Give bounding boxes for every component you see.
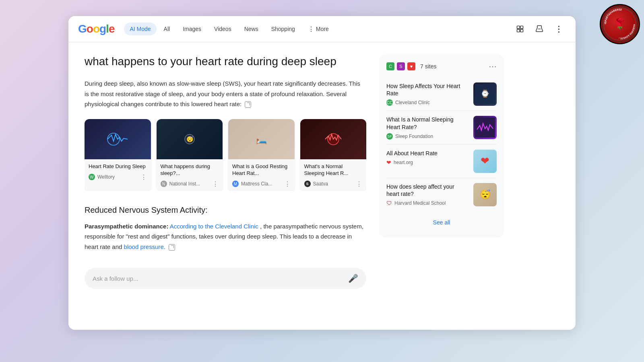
see-all-button[interactable]: See all xyxy=(386,214,497,230)
more-options-icon[interactable]: ⋮ xyxy=(551,22,566,36)
followup-input-area[interactable]: Ask a follow up... 🎤 xyxy=(85,268,366,289)
source-meta-3: ❤ heart.org xyxy=(386,159,469,166)
site-icon-3: ♥ xyxy=(407,62,415,70)
source-text-1: How Sleep Affects Your Heart Rate CC Cle… xyxy=(386,82,469,106)
source-text-3: All About Heart Rate ❤ heart.org xyxy=(386,150,469,166)
card-1-info: Heart Rate During Sleep W Welltory ⋮ xyxy=(85,159,151,184)
source-thumb-4: 😴 xyxy=(473,183,497,206)
citation-icon-2[interactable] xyxy=(169,244,175,251)
card-3-info: What is a Good Resting Heart Rat... M Ma… xyxy=(228,159,295,191)
more-dots-icon: ⋮ xyxy=(308,25,314,33)
site-icon-2: S xyxy=(397,62,405,70)
mattress-icon: M xyxy=(232,181,239,187)
card-4[interactable]: What's a Normal Sleeping Heart R... S Sa… xyxy=(300,119,367,191)
card-4-source: S Saatva ⋮ xyxy=(304,180,363,188)
followup-placeholder: Ask a follow up... xyxy=(93,275,343,282)
svg-rect-2 xyxy=(517,29,520,32)
source-item-2[interactable]: What Is a Normal Sleeping Heart Rate? SF… xyxy=(386,111,497,144)
welltory-icon: W xyxy=(89,174,95,180)
nav-links: AI Mode All Images Videos News Shopping … xyxy=(124,22,513,36)
card-1-image xyxy=(85,119,151,159)
card-2-image: 😴 xyxy=(157,119,223,159)
source-thumb-1: ⌚ xyxy=(473,82,497,106)
navigation-bar: Google AI Mode All Images Videos News Sh… xyxy=(68,16,576,42)
source-meta-2: SF Sleep Foundation xyxy=(386,133,469,140)
blood-pressure-link[interactable]: blood pressure. xyxy=(124,243,165,250)
svg-text:🛏️: 🛏️ xyxy=(256,134,267,145)
card-4-info: What's a Normal Sleeping Heart R... S Sa… xyxy=(300,159,367,191)
card-2-info: What happens during sleep?... N National… xyxy=(157,159,223,191)
watermark-badge: ISPARTAHABER32 HABERİN ADRESİ... 🌹 xyxy=(600,4,640,44)
nav-shopping[interactable]: Shopping xyxy=(266,23,301,35)
card-1[interactable]: Heart Rate During Sleep W Welltory ⋮ xyxy=(85,119,151,191)
sources-header: C S ♥ 7 sites ⋯ xyxy=(386,62,497,71)
source-thumb-3: ❤ xyxy=(473,150,497,173)
nav-news[interactable]: News xyxy=(239,23,264,35)
nav-right-icons: ⋮ xyxy=(513,22,566,36)
source-meta-4: 🛡 Harvard Medical School xyxy=(386,200,469,206)
image-cards: Heart Rate During Sleep W Welltory ⋮ 😴 xyxy=(85,119,366,191)
card-3[interactable]: 🛏️ What is a Good Resting Heart Rat... M… xyxy=(228,119,295,191)
nav-images[interactable]: Images xyxy=(177,23,207,35)
followup-container: Ask a follow up... 🎤 xyxy=(85,268,366,297)
national-inst-icon: N xyxy=(161,181,167,187)
source-text-2: What Is a Normal Sleeping Heart Rate? SF… xyxy=(386,116,469,139)
source-text-4: How does sleep affect your heart rate? 🛡… xyxy=(386,183,469,206)
collections-icon[interactable] xyxy=(513,22,527,36)
card-3-title: What is a Good Resting Heart Rat... xyxy=(232,163,291,177)
sources-menu-icon[interactable]: ⋯ xyxy=(489,62,497,71)
source-title-1: How Sleep Affects Your Heart Rate xyxy=(386,82,469,97)
card-2-menu[interactable]: ⋮ xyxy=(212,180,219,188)
card-1-menu[interactable]: ⋮ xyxy=(140,173,147,181)
content-area: what happens to your heart rate during d… xyxy=(85,54,366,297)
svg-rect-0 xyxy=(517,26,520,29)
source-thumb-2 xyxy=(473,116,497,139)
section-heading: Reduced Nervous System Activity: xyxy=(85,206,366,215)
citation-icon[interactable] xyxy=(245,101,251,108)
labs-icon[interactable] xyxy=(532,22,547,36)
source-title-2: What Is a Normal Sleeping Heart Rate? xyxy=(386,116,469,130)
nav-more[interactable]: ⋮ More xyxy=(302,22,334,36)
source-title-4: How does sleep affect your heart rate? xyxy=(386,183,469,197)
source-title-3: All About Heart Rate xyxy=(386,150,469,157)
card-4-menu[interactable]: ⋮ xyxy=(356,180,362,188)
source-item-3[interactable]: All About Heart Rate ❤ heart.org ❤ xyxy=(386,145,497,178)
svg-rect-3 xyxy=(520,29,523,32)
sources-icons-area: C S ♥ 7 sites xyxy=(386,62,436,70)
query-title: what happens to your heart rate during d… xyxy=(85,54,366,69)
card-2-title: What happens during sleep?... xyxy=(161,163,219,177)
svg-text:⌚: ⌚ xyxy=(481,89,490,98)
card-1-source: W Welltory ⋮ xyxy=(89,173,147,181)
cleveland-icon: CC xyxy=(386,99,393,106)
card-4-title: What's a Normal Sleeping Heart R... xyxy=(304,163,363,177)
site-count: 7 sites xyxy=(420,63,436,70)
card-2[interactable]: 😴 What happens during sleep?... N Nation… xyxy=(157,119,223,191)
sleep-foundation-icon: SF xyxy=(386,133,393,140)
sidebar: C S ♥ 7 sites ⋯ How Sleep Affects Your H… xyxy=(379,54,504,297)
body-text: Parasympathetic dominance: According to … xyxy=(85,221,366,252)
svg-rect-1 xyxy=(520,26,523,29)
card-3-menu[interactable]: ⋮ xyxy=(284,180,291,188)
source-meta-1: CC Cleveland Clinic xyxy=(386,99,469,106)
card-1-title: Heart Rate During Sleep xyxy=(89,163,147,170)
nav-all[interactable]: All xyxy=(158,23,176,35)
main-content: what happens to your heart rate during d… xyxy=(68,42,576,309)
saatva-icon: S xyxy=(304,181,311,187)
card-2-source: N National Inst... ⋮ xyxy=(161,180,219,188)
nav-videos[interactable]: Videos xyxy=(208,23,237,35)
answer-text: During deep sleep, also known as slow-wa… xyxy=(85,78,366,109)
google-logo: Google xyxy=(78,23,114,35)
nav-ai-mode[interactable]: AI Mode xyxy=(124,23,156,35)
cleveland-clinic-link[interactable]: According to the Cleveland Clinic xyxy=(170,223,258,230)
site-icon-1: C xyxy=(386,62,394,70)
source-item-1[interactable]: How Sleep Affects Your Heart Rate CC Cle… xyxy=(386,78,497,111)
parasympathetic-label: Parasympathetic dominance: xyxy=(85,223,168,230)
heartorg-icon: ❤ xyxy=(386,159,391,166)
svg-text:😴: 😴 xyxy=(186,136,193,143)
card-4-image xyxy=(300,119,367,159)
card-3-source: M Mattress Cla... ⋮ xyxy=(232,180,291,188)
sources-card: C S ♥ 7 sites ⋯ How Sleep Affects Your H… xyxy=(379,54,504,238)
card-3-image: 🛏️ xyxy=(228,119,295,159)
source-item-4[interactable]: How does sleep affect your heart rate? 🛡… xyxy=(386,178,497,211)
microphone-icon[interactable]: 🎤 xyxy=(348,274,358,283)
